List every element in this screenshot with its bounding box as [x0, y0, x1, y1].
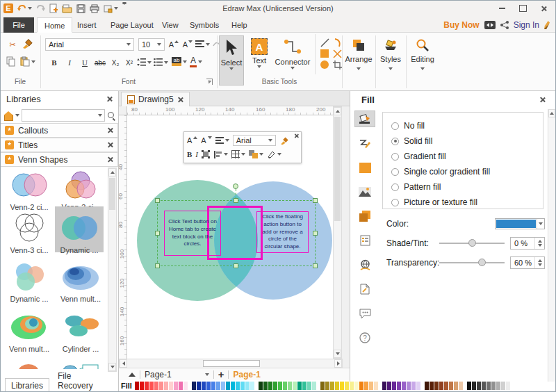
arrange-dropdown-icon[interactable]	[357, 67, 361, 70]
shade-tint-spinner[interactable]: 0 %	[510, 237, 545, 250]
tab-symbols[interactable]: Symbols	[183, 17, 226, 33]
shape-venn-multilayer-green[interactable]: Venn mult...	[5, 309, 54, 353]
palette-color[interactable]	[359, 382, 363, 390]
shape-stacked-venn[interactable]	[5, 357, 54, 369]
strikethrough-button[interactable]: abc	[94, 56, 106, 69]
page-dropdown[interactable]: Page-1	[145, 370, 172, 379]
buy-now-link[interactable]: Buy Now	[443, 20, 479, 30]
arrange-button[interactable]: Arrange	[343, 55, 375, 63]
select-shape-icon[interactable]	[202, 150, 211, 158]
option-gradient-fill[interactable]: Gradient fill	[391, 149, 543, 164]
shape-dynamic-venn-multi[interactable]: Dynamic ...	[5, 259, 54, 303]
palette-color[interactable]	[369, 382, 373, 390]
font-family-combo[interactable]: Arial	[45, 38, 134, 51]
palette-color[interactable]	[183, 382, 188, 390]
palette-color[interactable]	[454, 382, 458, 390]
tab-view[interactable]: View	[155, 17, 186, 33]
font-family-combo[interactable]: Arial	[233, 135, 276, 146]
palette-color[interactable]	[197, 382, 201, 390]
tab-page-layout[interactable]: Page Layout	[104, 17, 161, 33]
palette-color[interactable]	[335, 382, 339, 390]
bold-button[interactable]: B	[187, 150, 192, 158]
palette-color[interactable]	[387, 382, 391, 390]
styles-icon[interactable]	[384, 38, 398, 54]
share-icon[interactable]	[500, 21, 509, 29]
palette-color[interactable]	[263, 382, 268, 390]
palette-color[interactable]	[202, 382, 206, 390]
undo-dropdown-icon[interactable]	[28, 7, 32, 10]
format-painter-icon[interactable]	[279, 136, 289, 145]
palette-color[interactable]	[250, 382, 254, 390]
spin-down-icon[interactable]	[538, 263, 542, 266]
palette-color[interactable]	[506, 382, 510, 390]
option-no-fill[interactable]: No fill	[391, 118, 543, 133]
scrollbar-thumb[interactable]	[334, 117, 341, 221]
venn-left-text-box[interactable]: Click Text button on Home tab to create …	[164, 211, 221, 256]
palette-color[interactable]	[236, 382, 240, 390]
snapshot-dropdown-icon[interactable]	[114, 7, 118, 10]
tab-home[interactable]: Home	[37, 17, 72, 33]
tab-help[interactable]: Help	[224, 17, 254, 33]
paste-button[interactable]	[20, 56, 35, 67]
palette-color[interactable]	[330, 382, 334, 390]
palette-color[interactable]	[340, 382, 344, 390]
home-icon[interactable]	[3, 111, 13, 120]
option-solid-fill[interactable]: Solid fill	[391, 133, 543, 149]
scroll-up-icon[interactable]	[334, 107, 341, 115]
library-search-input[interactable]	[22, 109, 105, 122]
font-dialog-launcher[interactable]	[206, 79, 213, 85]
venn-right-text-box[interactable]: Click the floating action button to add …	[256, 211, 309, 253]
selection-handle[interactable]	[155, 231, 160, 236]
option-pattern-fill[interactable]: Pattern fill	[391, 179, 543, 195]
snapshot-button[interactable]	[104, 4, 118, 13]
print-button[interactable]	[90, 4, 99, 13]
align-objects-icon[interactable]	[214, 151, 222, 158]
bring-forward-icon[interactable]	[249, 150, 258, 158]
rotation-handle[interactable]	[233, 183, 238, 189]
customize-toolbar-button[interactable]	[122, 3, 126, 13]
bullets-button[interactable]	[154, 58, 168, 66]
panel-scrollbar[interactable]	[548, 109, 556, 382]
libraries-close-icon[interactable]	[106, 96, 113, 102]
crop-tool-icon[interactable]	[333, 60, 342, 71]
palette-color[interactable]	[486, 382, 491, 390]
shape-venn-2-circles[interactable]: Venn-2 ci...	[5, 168, 54, 211]
selection-handle[interactable]	[313, 198, 318, 203]
scroll-up-icon[interactable]	[548, 109, 555, 117]
arrange-icon[interactable]	[352, 38, 366, 54]
line-tool-icon[interactable]	[354, 135, 375, 152]
palette-color[interactable]	[140, 382, 144, 390]
palette-color[interactable]	[350, 382, 354, 390]
scroll-up-icon[interactable]	[108, 168, 116, 177]
palette-color[interactable]	[416, 382, 420, 390]
palette-color[interactable]	[240, 382, 245, 390]
shape-cylinder-venn[interactable]: Cylinder ...	[56, 309, 105, 353]
palette-color[interactable]	[145, 382, 149, 390]
note-icon[interactable]	[354, 232, 375, 249]
palette-color[interactable]	[477, 382, 481, 390]
line-tool-icon[interactable]	[320, 38, 329, 49]
bottom-tab-file-recovery[interactable]: File Recovery	[52, 369, 114, 392]
palette-color[interactable]	[283, 382, 287, 390]
home-dropdown-icon[interactable]	[15, 114, 19, 117]
palette-color[interactable]	[293, 382, 297, 390]
shape-venn-3-circles-outline[interactable]: Venn-3 ci...	[5, 211, 54, 254]
shrink-font-button[interactable]: A	[201, 136, 206, 145]
minimize-button[interactable]	[491, 1, 512, 16]
palette-color[interactable]	[288, 382, 292, 390]
palette-color[interactable]	[501, 382, 505, 390]
maximize-button[interactable]	[512, 1, 533, 16]
palette-color[interactable]	[430, 382, 434, 390]
palette-color[interactable]	[268, 382, 272, 390]
palette-color[interactable]	[392, 382, 396, 390]
canvas-horizontal-scrollbar[interactable]	[119, 359, 343, 368]
edraw-logo-icon[interactable]: E	[3, 3, 13, 13]
page-dropdown-icon[interactable]	[205, 373, 209, 376]
shadow-icon[interactable]	[354, 208, 375, 224]
styles-button[interactable]: Styles	[376, 55, 405, 63]
grow-font-button[interactable]: A	[167, 38, 180, 51]
palette-color[interactable]	[402, 382, 406, 390]
search-icon[interactable]	[107, 111, 115, 120]
palette-color[interactable]	[206, 382, 211, 390]
palette-color[interactable]	[482, 382, 486, 390]
